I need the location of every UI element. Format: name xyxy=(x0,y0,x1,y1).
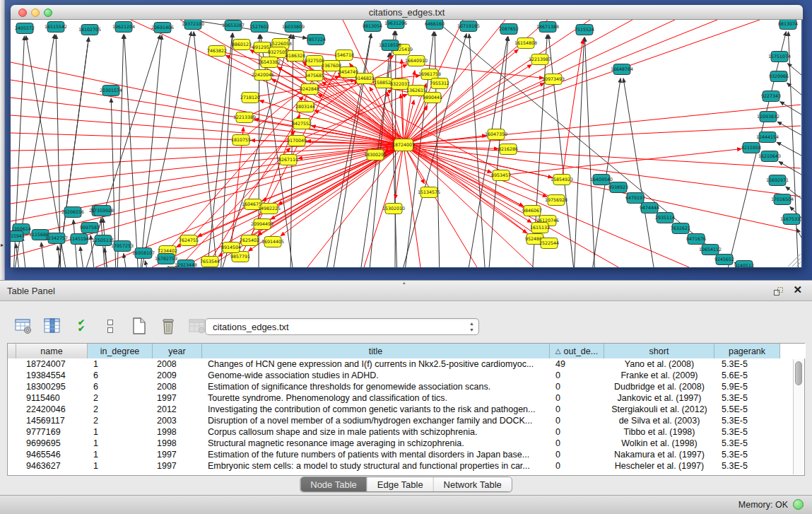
graph-node[interactable]: 12213389 xyxy=(233,112,256,123)
table-row[interactable]: 946362711997Embryonic stem cells: a mode… xyxy=(8,460,804,472)
cell-year[interactable]: 2012 xyxy=(153,404,202,415)
graph-node[interactable]: 3915941 xyxy=(11,231,25,242)
graph-node[interactable]: 1527602 xyxy=(249,22,269,33)
graph-node[interactable]: 8813074 xyxy=(778,20,798,30)
graph-node[interactable]: 2405572 xyxy=(15,23,35,34)
cell-name[interactable]: 9463627 xyxy=(16,460,88,472)
cell-name[interactable]: 9115460 xyxy=(16,392,88,404)
cell-pagerank[interactable]: 5.3E-5 xyxy=(714,415,780,426)
graph-node[interactable]: 10653287 xyxy=(222,21,245,31)
cell-short[interactable]: Hescheler et al. (1997) xyxy=(604,460,714,472)
cell-title[interactable]: Investigating the contribution of common… xyxy=(202,404,550,415)
graph-node[interactable]: 2522544 xyxy=(539,238,559,249)
graph-node[interactable]: 6466160 xyxy=(425,20,445,30)
cell-in_degree[interactable]: 1 xyxy=(88,358,153,370)
column-header-out_de[interactable]: △out_de... xyxy=(550,344,604,358)
cell-name[interactable]: 9699695 xyxy=(16,438,88,449)
graph-node[interactable]: 20301574 xyxy=(100,86,122,96)
cell-name[interactable]: 22420046 xyxy=(16,404,88,415)
graph-node[interactable]: 9474444 xyxy=(640,203,659,214)
cell-title[interactable]: Estimation of significance thresholds fo… xyxy=(202,381,550,392)
graph-node[interactable]: 9846067 xyxy=(522,206,542,216)
table-row[interactable]: 2242004622012Investigating the contribut… xyxy=(8,404,804,415)
cell-in_degree[interactable]: 6 xyxy=(88,370,153,381)
column-header-pagerank[interactable]: pagerank xyxy=(714,344,780,358)
cell-short[interactable]: de Silva et al. (2003) xyxy=(604,415,714,426)
cell-name[interactable]: 18724007 xyxy=(16,358,88,370)
graph-node[interactable]: 8914504 xyxy=(221,243,241,253)
cell-year[interactable]: 2003 xyxy=(153,415,202,426)
cell-in_degree[interactable]: 2 xyxy=(88,392,153,404)
cell-short[interactable]: Dudbridge et al. (2008) xyxy=(604,381,714,392)
graph-node[interactable]: 7624755 xyxy=(179,235,199,246)
graph-node[interactable]: 1546718 xyxy=(334,50,354,61)
table-selector-dropdown[interactable]: citations_edges.txt ▲▼ xyxy=(205,318,479,335)
cell-title[interactable]: Genome-wide association studies in ADHD. xyxy=(202,370,550,381)
graph-node[interactable]: 16210643 xyxy=(758,151,781,162)
graph-node[interactable]: 3475685 xyxy=(305,71,324,81)
cell-title[interactable]: Corpus callosum shape and size in male p… xyxy=(202,426,550,438)
tab-edge-table[interactable]: Edge Table xyxy=(367,477,434,491)
cell-short[interactable]: Franke et al. (2009) xyxy=(604,370,714,381)
cell-title[interactable]: Estimation of the future numbers of pati… xyxy=(202,449,550,460)
graph-node[interactable]: 20206556 xyxy=(61,207,84,218)
cell-year[interactable]: 2008 xyxy=(153,358,202,370)
graph-node[interactable]: 10973493 xyxy=(542,74,565,85)
graph-node[interactable]: 1145194 xyxy=(69,234,89,245)
column-header-name[interactable]: name xyxy=(16,344,88,358)
graph-node[interactable]: 9227343 xyxy=(761,91,781,102)
graph-node[interactable]: 6479197 xyxy=(625,193,645,204)
graph-node[interactable]: 8216286 xyxy=(498,144,518,155)
graph-node[interactable]: 12444154 xyxy=(756,132,779,143)
cell-pagerank[interactable]: 5.5E-5 xyxy=(714,404,780,415)
graph-node[interactable]: 9245652 xyxy=(714,255,734,265)
graph-node[interactable]: 2718120 xyxy=(240,93,260,103)
graph-node[interactable]: 7653544 xyxy=(200,257,220,267)
cell-pagerank[interactable]: 5.3E-5 xyxy=(714,460,780,472)
graph-node[interactable]: 16409540 xyxy=(590,175,613,185)
cell-in_degree[interactable]: 2 xyxy=(88,415,153,426)
graph-node[interactable]: 15134575 xyxy=(418,187,440,198)
panel-collapse-arrow[interactable]: ▸ xyxy=(1,242,4,248)
cell-name[interactable]: 14569117 xyxy=(16,415,88,426)
graph-node[interactable]: 17957253 xyxy=(111,241,134,252)
graph-node[interactable]: 19756928 xyxy=(545,195,567,206)
float-panel-icon[interactable] xyxy=(772,286,784,297)
graph-node[interactable]: 9170049 xyxy=(287,136,307,146)
new-column-icon[interactable] xyxy=(129,315,150,337)
table-row[interactable]: 1830029562008Estimation of significance … xyxy=(8,381,804,392)
cell-title[interactable]: Changes of HCN gene expression and I(f) … xyxy=(202,358,550,370)
cell-year[interactable]: 1997 xyxy=(153,460,202,472)
graph-node[interactable]: 7463822 xyxy=(207,46,227,57)
column-header-in_degree[interactable]: in_degree xyxy=(88,344,153,358)
column-header-title[interactable]: title xyxy=(202,344,550,358)
column-header-short[interactable]: short xyxy=(604,344,714,358)
graph-node[interactable]: 20691406 xyxy=(151,23,174,33)
cell-year[interactable]: 2008 xyxy=(153,381,202,392)
cell-out_de[interactable]: 0 xyxy=(550,415,604,426)
graph-node[interactable]: 14982225 xyxy=(258,204,281,214)
cell-out_de[interactable]: 0 xyxy=(550,426,604,438)
cell-name[interactable]: 9777169 xyxy=(16,426,88,438)
graph-node[interactable]: 8186328 xyxy=(286,51,305,62)
graph-node[interactable]: 8813054 xyxy=(363,21,382,32)
cell-title[interactable]: Structural magnetic resonance image aver… xyxy=(202,438,550,449)
cell-name[interactable]: 19384554 xyxy=(16,370,88,381)
graph-node[interactable]: 16543382 xyxy=(258,57,281,68)
cell-out_de[interactable]: 0 xyxy=(550,381,604,392)
graph-node[interactable]: 9242848 xyxy=(300,84,319,95)
graph-node[interactable]: 16640910 xyxy=(405,56,428,66)
show-columns-icon[interactable] xyxy=(42,315,63,337)
graph-node[interactable]: 16515542 xyxy=(45,22,67,33)
graph-node[interactable]: 9329966 xyxy=(769,71,789,82)
graph-node[interactable]: 8267110 xyxy=(278,155,298,165)
cell-title[interactable]: Disruption of a novel member of a sodium… xyxy=(202,415,550,426)
cell-in_degree[interactable]: 2 xyxy=(88,404,153,415)
cell-out_de[interactable]: 0 xyxy=(550,370,604,381)
cell-short[interactable]: Jankovic et al. (1997) xyxy=(604,392,714,404)
cell-in_degree[interactable]: 1 xyxy=(88,460,153,472)
graph-node[interactable]: 15854923 xyxy=(551,175,573,185)
cell-in_degree[interactable]: 1 xyxy=(88,426,153,438)
graph-node[interactable]: 12213987 xyxy=(529,54,551,65)
cell-out_de[interactable]: 49 xyxy=(550,358,604,370)
